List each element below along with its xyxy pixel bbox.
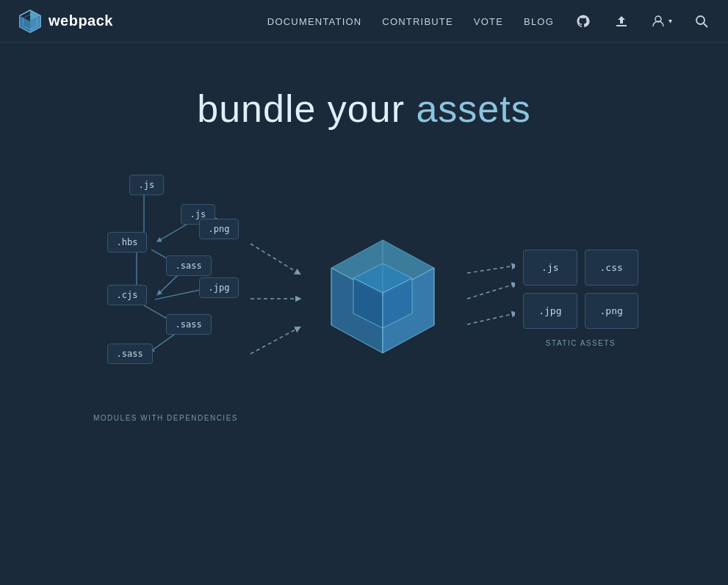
svg-line-31 bbox=[467, 313, 515, 324]
svg-point-6 bbox=[696, 16, 704, 24]
svg-line-17 bbox=[251, 244, 298, 273]
module-js1: .js bbox=[129, 175, 165, 195]
user-menu-button[interactable]: ▾ bbox=[651, 14, 672, 29]
github-icon-button[interactable] bbox=[574, 14, 592, 29]
webpack-logo-icon bbox=[18, 9, 43, 34]
logo-text: webpack bbox=[48, 12, 113, 29]
modules-diagram: .js .js .hbs .png .sass .cjs .jpg .sass … bbox=[85, 175, 247, 402]
module-sass3: .sass bbox=[107, 344, 153, 364]
user-icon bbox=[651, 14, 666, 29]
nav-contribute[interactable]: CONTRIBUTE bbox=[382, 16, 453, 27]
svg-line-7 bbox=[704, 23, 707, 27]
nav-documentation[interactable]: DOCUMENTATION bbox=[267, 16, 362, 27]
module-cjs: .cjs bbox=[107, 285, 148, 305]
asset-css: .css bbox=[585, 250, 638, 286]
webpack-cube-svg bbox=[317, 225, 449, 372]
assets-grid: .js .css .jpg .png bbox=[523, 250, 638, 329]
hero-title-part2: assets bbox=[416, 87, 530, 130]
diagram-section: .js .js .hbs .png .sass .cjs .jpg .sass … bbox=[0, 160, 728, 451]
svg-line-16 bbox=[159, 274, 179, 294]
asset-png: .png bbox=[585, 293, 638, 329]
module-jpg: .jpg bbox=[199, 277, 239, 298]
navbar: webpack DOCUMENTATION CONTRIBUTE VOTE BL… bbox=[0, 0, 728, 43]
module-sass1: .sass bbox=[166, 255, 212, 276]
nav-vote[interactable]: VOTE bbox=[474, 16, 503, 27]
user-caret-icon: ▾ bbox=[668, 17, 672, 25]
svg-line-30 bbox=[467, 284, 515, 299]
assets-area: .js .css .jpg .png STATIC ASSETS bbox=[515, 250, 647, 347]
assets-caption: STATIC ASSETS bbox=[546, 339, 616, 347]
hero-section: bundle your assets bbox=[0, 43, 728, 160]
left-arrows-area bbox=[251, 185, 309, 413]
logo-link[interactable]: webpack bbox=[18, 9, 113, 34]
right-arrows-area bbox=[456, 185, 515, 413]
github-icon bbox=[576, 14, 591, 29]
module-hbs: .hbs bbox=[107, 232, 148, 252]
asset-jpg: .jpg bbox=[523, 293, 577, 329]
svg-line-15 bbox=[151, 333, 177, 351]
search-icon bbox=[694, 14, 709, 29]
left-arrows-svg bbox=[251, 185, 309, 413]
svg-line-19 bbox=[251, 328, 298, 354]
asset-js: .js bbox=[523, 250, 577, 286]
webpack-cube-area bbox=[309, 225, 456, 372]
hero-title-part1: bundle your bbox=[197, 87, 416, 130]
svg-line-29 bbox=[467, 266, 515, 273]
modules-caption: MODULES WITH DEPENDENCIES bbox=[82, 414, 251, 422]
nav-blog[interactable]: BLOG bbox=[524, 16, 554, 27]
hero-title: bundle your assets bbox=[15, 87, 713, 131]
right-arrows-svg bbox=[456, 185, 515, 413]
module-png: .png bbox=[199, 219, 239, 239]
module-sass2: .sass bbox=[166, 314, 212, 335]
upload-icon bbox=[614, 14, 629, 29]
modules-area: .js .js .hbs .png .sass .cjs .jpg .sass … bbox=[82, 175, 251, 422]
upload-icon-button[interactable] bbox=[613, 14, 630, 29]
search-button[interactable] bbox=[693, 14, 710, 29]
nav-links: DOCUMENTATION CONTRIBUTE VOTE BLOG bbox=[267, 14, 710, 29]
